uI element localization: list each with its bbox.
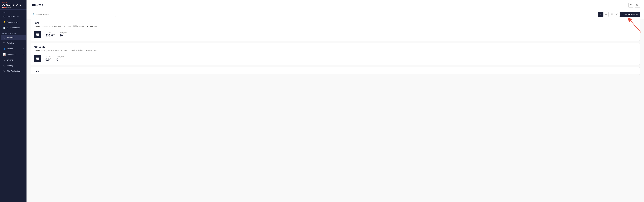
shield-icon: 🛡	[3, 42, 6, 44]
logo-object-store: OBJECT STORE	[2, 3, 25, 6]
svg-rect-8	[605, 15, 607, 15]
sidebar-item-label: Policies	[7, 42, 24, 44]
sidebar-item-object-browser[interactable]: ⊞ Object Browser	[1, 14, 26, 19]
bucket-icon	[34, 30, 41, 38]
bucket-created: Created: Fri May 31 2024 09:08:29 GMT+08…	[34, 49, 83, 52]
sidebar-item-label: Access Keys	[7, 21, 24, 23]
logo-license: AGPL LICENSE	[2, 6, 25, 8]
objects-value: 0	[56, 58, 64, 61]
objects-stat: ⊕ Objects 10	[60, 32, 67, 37]
bucket-card: sun-club Created: Fri May 31 2024 09:08:…	[30, 43, 640, 65]
bucket-created: Created: Thu Jun 13 2024 20:06:26 GMT+08…	[34, 25, 84, 28]
svg-rect-11	[611, 14, 612, 15]
create-bucket-label: Create Bucket	[623, 13, 636, 15]
grid-view-button[interactable]	[598, 12, 603, 17]
page-title: Buckets	[30, 3, 43, 7]
list-view-button[interactable]	[604, 12, 608, 17]
sidebar-item-label: Documentation	[7, 27, 24, 29]
svg-rect-10	[612, 14, 612, 14]
logo-license-badge: AGPL	[2, 6, 6, 8]
usage-label: ⏱ Usage	[46, 32, 55, 33]
objects-icon: ⊕	[56, 56, 58, 58]
bucket-access: Access: R/W	[87, 25, 98, 28]
svg-rect-7	[605, 14, 607, 14]
sidebar-item-access-keys[interactable]: 🔑 Access Keys	[1, 19, 26, 25]
svg-rect-3	[600, 14, 601, 14]
user-section-label: User	[0, 9, 26, 14]
bucket-card: jichi Created: Thu Jun 13 2024 20:06:26 …	[30, 19, 640, 41]
sidebar-item-label: Site Replication	[7, 70, 24, 72]
objects-label: ⊕ Objects	[60, 32, 67, 33]
sidebar-item-buckets[interactable]: Buckets	[1, 35, 26, 40]
layers-icon: ⬡	[3, 64, 6, 67]
sidebar-item-label: Tiering	[7, 64, 24, 67]
svg-point-1	[637, 5, 638, 5]
sidebar-item-tiering[interactable]: ⬡ Tiering	[1, 63, 26, 68]
grid-icon: ⊞	[3, 15, 6, 18]
sync-icon: ↻	[3, 70, 6, 72]
bucket-svg-icon	[35, 32, 40, 37]
sidebar-item-site-replication[interactable]: ↻ Site Replication	[1, 68, 26, 74]
usage-value: 0.0B	[46, 58, 52, 61]
header-actions: ?	[628, 3, 640, 8]
clock-icon: ⏱	[46, 32, 47, 33]
usage-stat: ⏱ Usage 0.0B	[46, 56, 52, 61]
svg-rect-0	[4, 37, 5, 37]
sidebar-item-label: Events	[7, 59, 24, 61]
chart-icon: 📊	[3, 53, 6, 56]
bucket-name[interactable]: jichi	[34, 21, 637, 24]
bucket-icon	[3, 36, 6, 39]
svg-rect-2	[600, 14, 600, 14]
svg-rect-4	[600, 14, 600, 15]
sidebar-item-policies[interactable]: 🛡 Policies	[1, 41, 26, 46]
person-icon: 👤	[3, 47, 6, 50]
sidebar-item-events[interactable]: λ Events	[1, 57, 26, 63]
objects-label: ⊕ Objects	[56, 56, 64, 58]
key-icon: 🔑	[3, 21, 6, 23]
sidebar-item-identity[interactable]: 👤 Identity ▾	[1, 46, 26, 51]
usage-stat: ⏱ Usage 438.8KiB	[46, 32, 55, 37]
help-button[interactable]: ?	[628, 3, 634, 8]
chevron-down-icon: ▾	[23, 48, 24, 49]
objects-icon: ⊕	[60, 32, 61, 33]
bucket-list: jichi Created: Thu Jun 13 2024 20:06:26 …	[26, 19, 644, 202]
bucket-card-header: user	[31, 67, 640, 75]
bucket-stats: ⏱ Usage 0.0B ⊕ Objects 0	[31, 53, 640, 65]
logo-license-text: LICENSE	[6, 6, 11, 8]
sidebar-item-label: Object Browser	[7, 15, 24, 18]
search-box: 🔍	[30, 12, 116, 17]
detail-view-button[interactable]	[609, 12, 614, 17]
admin-section-label: Administrator	[0, 30, 26, 35]
objects-value: 10	[60, 34, 67, 37]
bucket-name[interactable]: sun-club	[34, 46, 637, 49]
lambda-icon: λ	[3, 59, 6, 61]
logo: MINIO OBJECT STORE AGPL LICENSE	[0, 0, 26, 9]
view-controls: Create Bucket +	[598, 12, 640, 17]
sidebar-item-documentation[interactable]: 📄 Documentation	[1, 25, 26, 30]
svg-rect-9	[611, 14, 612, 14]
sidebar-item-label: Identity	[7, 48, 21, 50]
refresh-button[interactable]	[615, 12, 620, 17]
settings-button[interactable]	[635, 3, 640, 8]
bucket-access: Access: R/W	[86, 49, 97, 52]
sidebar-item-monitoring[interactable]: 📊 Monitoring ▾	[1, 52, 26, 57]
objects-stat: ⊕ Objects 0	[56, 56, 64, 61]
sidebar-item-label: Monitoring	[7, 53, 21, 55]
search-icon: 🔍	[32, 13, 35, 15]
search-input[interactable]	[36, 13, 114, 15]
chevron-down-icon: ▾	[23, 53, 24, 55]
sidebar: MINIO OBJECT STORE AGPL LICENSE User ⊞ O…	[0, 0, 26, 202]
clock-icon: ⏱	[46, 56, 47, 58]
bucket-card: user	[30, 67, 640, 75]
main-content: Buckets ? 🔍	[26, 0, 644, 202]
doc-icon: 📄	[3, 26, 6, 29]
bucket-meta: Created: Fri May 31 2024 09:08:29 GMT+08…	[34, 49, 637, 52]
usage-value: 438.8KiB	[46, 34, 55, 37]
main-header: Buckets ?	[26, 0, 644, 10]
bucket-card-header: sun-club Created: Fri May 31 2024 09:08:…	[31, 43, 640, 53]
bucket-stats: ⏱ Usage 438.8KiB ⊕ Objects 10	[31, 29, 640, 41]
usage-label: ⏱ Usage	[46, 56, 52, 58]
create-bucket-button[interactable]: Create Bucket +	[620, 12, 640, 17]
bucket-name[interactable]: user	[34, 70, 637, 73]
toolbar: 🔍 Create Bucket +	[26, 10, 644, 19]
